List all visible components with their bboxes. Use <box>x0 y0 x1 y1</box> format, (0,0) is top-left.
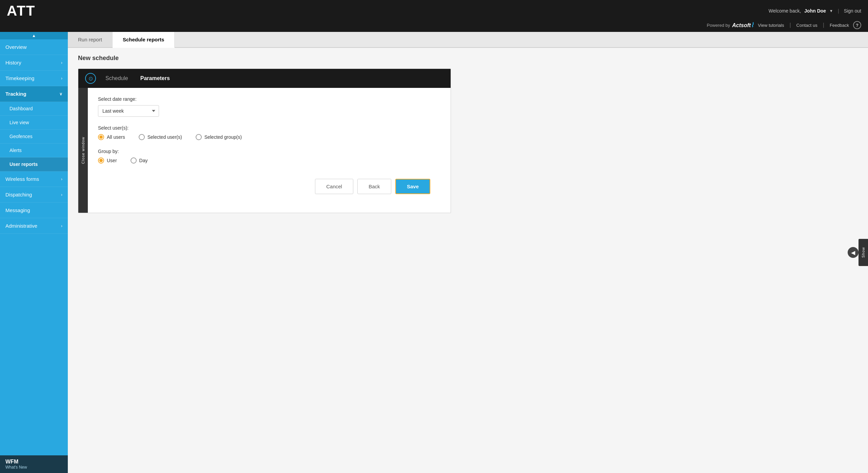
sidebar-item-dispatching[interactable]: Dispatching › <box>0 187 68 203</box>
sidebar-item-administrative[interactable]: Administrative › <box>0 218 68 234</box>
sidebar-footer-title: WFM <box>5 459 62 465</box>
sidebar-dispatching-label: Dispatching <box>5 192 32 197</box>
user-name: John Doe <box>804 8 826 14</box>
tabs-bar: Run report Schedule reports <box>68 32 868 48</box>
radio-group-user[interactable] <box>98 157 104 164</box>
actsoft-logo: Actsoft⌇ <box>732 21 754 29</box>
feedback-link[interactable]: Feedback <box>830 23 849 28</box>
cancel-button[interactable]: Cancel <box>315 179 353 194</box>
radio-option-user[interactable]: User <box>98 157 117 164</box>
select-users-section: Select user(s): All users Selected user(… <box>98 125 440 140</box>
radio-option-selected-groups[interactable]: Selected group(s) <box>196 134 242 140</box>
sidebar-history-label: History <box>5 60 21 65</box>
sidebar-dashboard-label: Dashboard <box>9 106 33 111</box>
radio-option-day[interactable]: Day <box>131 157 148 164</box>
header-row1: ATT Welcome back, John Doe ▼ | Sign out <box>0 0 868 20</box>
help-button[interactable]: ? <box>853 21 861 29</box>
date-range-section: Select date range: Last week This week L… <box>98 96 440 117</box>
action-buttons: Cancel Back Save <box>98 172 440 204</box>
sidebar-geofences-label: Geofences <box>9 134 33 139</box>
content-area: Run report Schedule reports New schedule… <box>68 32 868 473</box>
side-arrow-button[interactable]: ◀ <box>848 247 859 258</box>
side-show-tab[interactable]: Show <box>859 239 868 266</box>
save-button[interactable]: Save <box>395 179 430 194</box>
chevron-down-icon: ∨ <box>59 92 62 96</box>
sidebar-messaging-label: Messaging <box>5 207 30 213</box>
separator1: | <box>838 8 839 14</box>
back-button[interactable]: Back <box>357 179 391 194</box>
close-window-label: Close window <box>81 137 85 164</box>
user-dropdown-arrow[interactable]: ▼ <box>829 9 833 13</box>
radio-selected-users[interactable] <box>139 134 145 140</box>
sidebar-item-history[interactable]: History › <box>0 55 68 71</box>
sidebar-timekeeping-label: Timekeeping <box>5 75 34 81</box>
logo: ATT <box>7 3 36 19</box>
sidebar-item-tracking[interactable]: Tracking ∨ <box>0 86 68 102</box>
panel-tab-parameters[interactable]: Parameters <box>138 74 173 83</box>
nav-circle-icon[interactable]: ⊙ <box>85 73 96 84</box>
chevron-right-icon: › <box>61 76 62 81</box>
group-day-label: Day <box>139 158 148 163</box>
date-range-label: Select date range: <box>98 96 440 102</box>
sidebar-scroll-up[interactable]: ▲ <box>0 32 68 39</box>
sidebar-item-messaging[interactable]: Messaging <box>0 203 68 218</box>
radio-group-day[interactable] <box>131 157 137 164</box>
sidebar-tracking-label: Tracking <box>5 91 26 97</box>
sidebar: ▲ Overview History › Timekeeping › Track… <box>0 32 68 473</box>
selected-users-label: Selected user(s) <box>147 134 182 140</box>
separator3: | <box>823 22 824 28</box>
tab-schedule-reports[interactable]: Schedule reports <box>113 32 175 48</box>
contact-us-link[interactable]: Contact us <box>796 23 817 28</box>
sidebar-item-wireless-forms[interactable]: Wireless forms › <box>0 171 68 187</box>
panel-header: ⊙ Schedule Parameters <box>78 69 451 88</box>
page-title: New schedule <box>78 55 858 62</box>
selected-groups-label: Selected group(s) <box>204 134 242 140</box>
user-radio-group: All users Selected user(s) Selected grou… <box>98 134 440 140</box>
schedule-form: Select date range: Last week This week L… <box>88 88 451 213</box>
panel-tab-schedule[interactable]: Schedule <box>103 74 131 83</box>
powered-by: Powered by Actsoft⌇ <box>707 21 754 29</box>
sidebar-user-reports-label: User reports <box>9 162 38 167</box>
sidebar-sub-item-dashboard[interactable]: Dashboard <box>0 102 68 116</box>
date-range-select[interactable]: Last week This week Last month This mont… <box>98 105 159 117</box>
header-row2: Powered by Actsoft⌇ View tutorials | Con… <box>0 20 868 32</box>
tab-run-report-label: Run report <box>78 37 102 42</box>
sidebar-sub-item-user-reports[interactable]: User reports <box>0 157 68 171</box>
tab-schedule-reports-label: Schedule reports <box>123 37 164 42</box>
radio-selected-groups[interactable] <box>196 134 202 140</box>
group-by-label: Group by: <box>98 149 440 154</box>
sidebar-sub-item-alerts[interactable]: Alerts <box>0 144 68 157</box>
sidebar-item-timekeeping[interactable]: Timekeeping › <box>0 71 68 86</box>
radio-option-selected-users[interactable]: Selected user(s) <box>139 134 182 140</box>
sidebar-wireless-forms-label: Wireless forms <box>5 176 39 182</box>
sign-out-link[interactable]: Sign out <box>844 8 861 14</box>
sidebar-overview-label: Overview <box>5 44 27 50</box>
show-label: Show <box>861 247 865 258</box>
sidebar-sub-item-liveview[interactable]: Live view <box>0 116 68 130</box>
sidebar-footer: WFM What's New <box>0 455 68 473</box>
chevron-right-icon: › <box>61 177 62 182</box>
separator2: | <box>789 22 791 28</box>
group-radio-group: User Day <box>98 157 440 164</box>
welcome-text: Welcome back, <box>769 8 801 14</box>
view-tutorials-link[interactable]: View tutorials <box>758 23 784 28</box>
sidebar-administrative-label: Administrative <box>5 223 37 229</box>
radio-all-users[interactable] <box>98 134 104 140</box>
chevron-right-icon: › <box>61 60 62 65</box>
top-header: ATT Welcome back, John Doe ▼ | Sign out … <box>0 0 868 32</box>
main-content: New schedule ⊙ Schedule Parameters Close… <box>68 48 868 473</box>
sidebar-liveview-label: Live view <box>9 120 29 125</box>
sidebar-sub-item-geofences[interactable]: Geofences <box>0 130 68 144</box>
sidebar-item-overview[interactable]: Overview <box>0 39 68 55</box>
schedule-panel: ⊙ Schedule Parameters Close window Selec… <box>78 69 451 213</box>
chevron-right-icon: › <box>61 224 62 228</box>
group-by-section: Group by: User Day <box>98 149 440 164</box>
radio-option-all-users[interactable]: All users <box>98 134 125 140</box>
panel-body: Close window Select date range: Last wee… <box>78 88 451 213</box>
sidebar-footer-subtitle[interactable]: What's New <box>5 465 62 470</box>
group-user-label: User <box>107 158 117 163</box>
close-window-tab[interactable]: Close window <box>78 88 88 213</box>
select-users-label: Select user(s): <box>98 125 440 131</box>
sidebar-alerts-label: Alerts <box>9 148 22 153</box>
tab-run-report[interactable]: Run report <box>68 32 113 47</box>
